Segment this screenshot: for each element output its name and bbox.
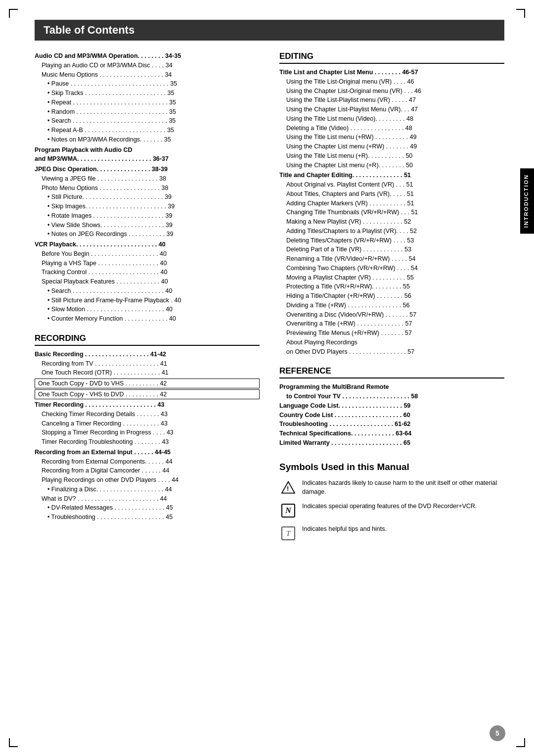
toc-entry: • Troubleshooting . . . . . . . . . . . … — [35, 513, 260, 522]
toc-entry: Combining Two Chapters (VR/+R/+RW) . . .… — [279, 264, 504, 273]
toc-entry: Music Menu Options . . . . . . . . . . .… — [35, 70, 260, 80]
toc-entry: Country Code List . . . . . . . . . . . … — [279, 411, 504, 420]
toc-entry: Protecting a Title (VR/+R/+RW). . . . . … — [279, 282, 504, 291]
toc-entry: • Notes on JPEG Recordings . . . . . . .… — [35, 230, 260, 239]
warning-icon: ! — [279, 478, 297, 496]
toc-entry: Playing a VHS Tape . . . . . . . . . . .… — [35, 259, 260, 268]
toc-entry: Recording from External Components. . . … — [35, 457, 260, 467]
toc-entry: One Touch Record (OTR) . . . . . . . . .… — [35, 368, 260, 378]
reference-section-header: REFERENCE — [279, 366, 504, 378]
toc-entry: Playing Recordings on other DVD Players … — [35, 475, 260, 485]
toc-entry: Using the Title List menu (Video). . . .… — [279, 114, 504, 124]
symbols-title: Symbols Used in this Manual — [279, 462, 504, 472]
toc-entry: • Random . . . . . . . . . . . . . . . .… — [35, 107, 260, 117]
toc-entry: • Pause . . . . . . . . . . . . . . . . … — [35, 79, 260, 89]
toc-entry: • Slow Motion . . . . . . . . . . . . . … — [35, 305, 260, 314]
audio-section: Audio CD and MP3/WMA Operation. . . . . … — [35, 51, 260, 144]
toc-entry: • Search . . . . . . . . . . . . . . . .… — [35, 286, 260, 296]
tip-icon: T — [279, 524, 297, 542]
toc-entry: Programming the MultiBrand Remote — [279, 382, 504, 392]
toc-entry: Using the Chapter List menu (+R). . . . … — [279, 161, 504, 170]
toc-entry: Moving a Playlist Chapter (VR) . . . . .… — [279, 273, 504, 283]
toc-entry: Using the Title List-Playlist menu (VR) … — [279, 95, 504, 105]
toc-entry: Recording from a Digital Camcorder . . .… — [35, 466, 260, 475]
toc-entry: About Playing Recordings — [279, 338, 504, 347]
toc-entry: • Counter Memory Function . . . . . . . … — [35, 314, 260, 324]
toc-program-header: Program Playback with Audio CD — [35, 145, 260, 155]
toc-entry: Adding Titles/Chapters to a Playlist (VR… — [279, 227, 504, 236]
corner-mark-tr — [516, 9, 525, 18]
toc-entry: • Skip Tracks . . . . . . . . . . . . . … — [35, 89, 260, 98]
toc-mp3-header: and MP3/WMA. . . . . . . . . . . . . . .… — [35, 154, 260, 164]
toc-entry: Renaming a Title (VR/Video/+R/+RW) . . .… — [279, 254, 504, 264]
toc-entry: Deleting Part of a Title (VR) . . . . . … — [279, 245, 504, 254]
toc-entry: • Skip Images. . . . . . . . . . . . . .… — [35, 202, 260, 211]
toc-entry: • Search . . . . . . . . . . . . . . . .… — [35, 116, 260, 126]
toc-entry: to Control Your TV . . . . . . . . . . .… — [279, 392, 504, 401]
note-icon: N — [279, 502, 297, 520]
title-list-section: Title List and Chapter List Menu . . . .… — [279, 68, 504, 170]
toc-entry: • Still Picture. . . . . . . . . . . . .… — [35, 192, 260, 202]
toc-entry: Using the Chapter List-Playlist Menu (VR… — [279, 105, 504, 114]
basic-recording-section: Basic Recording . . . . . . . . . . . . … — [35, 350, 260, 378]
chapter-edit-section: Title and Chapter Editing. . . . . . . .… — [279, 171, 504, 356]
toc-entry: Using the Chapter List menu (+RW) . . . … — [279, 142, 504, 151]
toc-entry: Changing Title Thumbnails (VR/+R/+RW) . … — [279, 208, 504, 217]
toc-entry: Using the Title List menu (+R). . . . . … — [279, 151, 504, 161]
toc-entry: Technical Specifications. . . . . . . . … — [279, 429, 504, 438]
toc-entry: • Finalizing a Disc. . . . . . . . . . .… — [35, 485, 260, 494]
toc-entry: Before You Begin . . . . . . . . . . . .… — [35, 249, 260, 259]
toc-title-list-header: Title List and Chapter List Menu . . . .… — [279, 68, 504, 77]
toc-jpeg-header: JPEG Disc Operation. . . . . . . . . . .… — [35, 165, 260, 174]
page-title: Table of Contents — [35, 20, 504, 41]
toc-external-header: Recording from an External Input . . . .… — [35, 448, 260, 457]
note-text: Indicates special operating features of … — [302, 502, 477, 511]
toc-entry: Adding Chapter Markers (VR) . . . . . . … — [279, 199, 504, 208]
svg-text:!: ! — [287, 485, 289, 492]
left-column: Audio CD and MP3/WMA Operation. . . . . … — [35, 51, 260, 547]
toc-entry: Deleting Titles/Chapters (VR/+R/+RW) . .… — [279, 236, 504, 245]
toc-entry: Special Playback Features . . . . . . . … — [35, 277, 260, 286]
toc-entry: Using the Title List-Original menu (VR) … — [279, 77, 504, 87]
recording-section-header: RECORDING — [35, 333, 260, 346]
toc-entry: • Repeat . . . . . . . . . . . . . . . .… — [35, 98, 260, 107]
external-input-section: Recording from an External Input . . . .… — [35, 448, 260, 522]
program-section: Program Playback with Audio CD and MP3/W… — [35, 145, 260, 164]
toc-entry: Playing an Audio CD or MP3/WMA Disc . . … — [35, 61, 260, 70]
toc-entry: Language Code List. . . . . . . . . . . … — [279, 401, 504, 411]
toc-entry: Overwriting a Disc (Video/VR/+RW) . . . … — [279, 310, 504, 320]
toc-audio-header: Audio CD and MP3/WMA Operation. . . . . … — [35, 51, 260, 61]
toc-entry: Hiding a Title/Chapter (+R/+RW) . . . . … — [279, 291, 504, 301]
toc-boxed-entry: One Touch Copy - VHS to DVD . . . . . . … — [35, 389, 260, 399]
toc-entry: Using the Title List menu (+RW) . . . . … — [279, 133, 504, 142]
corner-mark-br — [516, 738, 525, 747]
toc-basic-header: Basic Recording . . . . . . . . . . . . … — [35, 350, 260, 359]
symbol-tip-row: T Indicates helpful tips and hints. — [279, 524, 504, 542]
toc-entry: About Original vs. Playlist Content (VR)… — [279, 180, 504, 189]
page-number-badge: 5 — [490, 725, 505, 741]
toc-entry: • Still Picture and Frame-by-Frame Playb… — [35, 296, 260, 305]
toc-entry: Limited Warranty . . . . . . . . . . . .… — [279, 438, 504, 448]
toc-chapter-edit-header: Title and Chapter Editing. . . . . . . .… — [279, 171, 504, 180]
side-tab: INTRODUCTION — [520, 168, 534, 234]
vcr-section: VCR Playback. . . . . . . . . . . . . . … — [35, 240, 260, 324]
toc-entry: Checking Timer Recording Details . . . .… — [35, 410, 260, 419]
corner-mark-bl — [9, 738, 18, 747]
tip-text: Indicates helpful tips and hints. — [302, 524, 387, 534]
toc-timer-header: Timer Recording . . . . . . . . . . . . … — [35, 400, 260, 410]
symbol-warning-row: ! Indicates hazards likely to cause harm… — [279, 478, 504, 497]
editing-section-header: EDITING — [279, 51, 504, 64]
jpeg-section: JPEG Disc Operation. . . . . . . . . . .… — [35, 165, 260, 239]
toc-boxed-entry: One Touch Copy - DVD to VHS . . . . . . … — [35, 378, 260, 388]
toc-entry: • View Slide Shows. . . . . . . . . . . … — [35, 221, 260, 230]
toc-entry: • Rotate Images . . . . . . . . . . . . … — [35, 211, 260, 221]
toc-entry: on Other DVD Players . . . . . . . . . .… — [279, 347, 504, 357]
toc-entry: Recording from TV . . . . . . . . . . . … — [35, 359, 260, 369]
toc-entry: Overwriting a Title (+RW) . . . . . . . … — [279, 319, 504, 329]
toc-entry: • Notes on MP3/WMA Recordings. . . . . .… — [35, 135, 260, 144]
toc-entry: Previewing Title Menus (+R/+RW) . . . . … — [279, 329, 504, 338]
toc-vcr-header: VCR Playback. . . . . . . . . . . . . . … — [35, 240, 260, 249]
right-column: EDITING Title List and Chapter List Menu… — [279, 51, 504, 547]
corner-mark-tl — [9, 9, 18, 18]
toc-entry: Tracking Control . . . . . . . . . . . .… — [35, 268, 260, 277]
